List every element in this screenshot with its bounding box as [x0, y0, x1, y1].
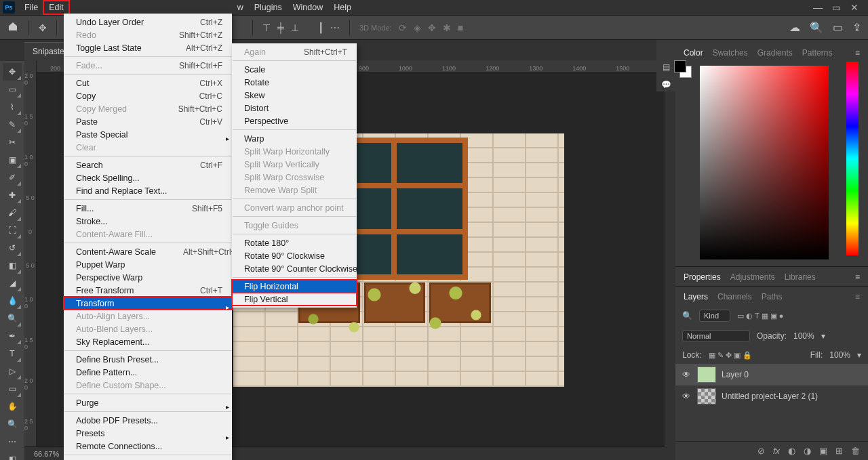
- menu-item-rotate-90-counter-clockwise[interactable]: Rotate 90° Counter Clockwise: [232, 262, 357, 275]
- eyedropper-tool[interactable]: ✐: [3, 169, 22, 186]
- adjustment-layer-icon[interactable]: ◑: [804, 446, 811, 456]
- comments-panel-icon[interactable]: 💬: [659, 78, 673, 91]
- menu-item-toggle-last-state[interactable]: Toggle Last StateAlt+Ctrl+Z: [64, 41, 232, 54]
- heal-tool[interactable]: ✚: [3, 186, 22, 204]
- menu-item-perspective-warp[interactable]: Perspective Warp: [64, 271, 232, 284]
- menu-item-adobe-pdf-presets[interactable]: Adobe PDF Presets...: [64, 414, 232, 427]
- pen-tool[interactable]: ✒: [3, 327, 22, 345]
- group-icon[interactable]: ▣: [819, 446, 827, 456]
- tab-properties[interactable]: Properties: [684, 272, 721, 282]
- workspace-icon[interactable]: ▭: [833, 21, 843, 34]
- clone-tool[interactable]: ⛶: [3, 222, 22, 239]
- menu-edit[interactable]: Edit: [43, 1, 69, 14]
- menu-help[interactable]: Help: [328, 1, 357, 14]
- menu-item-scale[interactable]: Scale: [232, 63, 357, 76]
- color-panel-menu-icon[interactable]: ≡: [855, 48, 860, 58]
- tab-channels[interactable]: Channels: [717, 292, 752, 301]
- align-left-icon[interactable]: ┃: [318, 22, 323, 33]
- home-icon[interactable]: [7, 21, 19, 34]
- color-picker[interactable]: [675, 62, 868, 266]
- menu-item-check-spelling[interactable]: Check Spelling...: [64, 171, 232, 184]
- menu-item-rotate-180[interactable]: Rotate 180°: [232, 236, 357, 249]
- menu-item-flip-vertical[interactable]: Flip Vertical: [232, 293, 357, 306]
- delete-layer-icon[interactable]: 🗑: [851, 446, 860, 456]
- menu-item-puppet-warp[interactable]: Puppet Warp: [64, 258, 232, 271]
- menu-item-skew[interactable]: Skew: [232, 89, 357, 102]
- menu-item-rotate[interactable]: Rotate: [232, 76, 357, 89]
- fgbg-colors[interactable]: [674, 60, 692, 78]
- visibility-icon[interactable]: 👁: [682, 392, 692, 401]
- menu-item-purge[interactable]: Purge: [64, 396, 232, 409]
- visibility-icon[interactable]: 👁: [682, 370, 692, 379]
- menu-plugins[interactable]: Plugins: [249, 1, 288, 14]
- tab-patterns[interactable]: Patterns: [802, 48, 833, 58]
- hue-slider[interactable]: [846, 62, 859, 255]
- menu-w-truncated[interactable]: w: [232, 1, 249, 14]
- zoom-value[interactable]: 66.67%: [34, 450, 59, 458]
- history-brush-tool[interactable]: ↺: [3, 239, 22, 257]
- properties-panel-menu-icon[interactable]: ≡: [855, 272, 860, 282]
- fgbg-swatch[interactable]: ◧: [3, 451, 22, 460]
- frame-tool[interactable]: ▣: [3, 151, 22, 169]
- blend-mode-select[interactable]: Normal: [682, 330, 750, 342]
- new-layer-icon[interactable]: ⊞: [835, 446, 843, 456]
- 3d-pan-icon[interactable]: ◈: [414, 22, 421, 33]
- menu-item-color-settings[interactable]: Color Settings...Shift+Ctrl+K: [64, 457, 232, 460]
- cloud-icon[interactable]: ☁: [789, 21, 800, 34]
- marquee-tool[interactable]: ▭: [3, 81, 22, 98]
- 3d-move-icon[interactable]: ✥: [428, 22, 436, 33]
- layer-name[interactable]: Layer 0: [722, 370, 749, 379]
- tab-color[interactable]: Color: [684, 48, 703, 58]
- tab-swatches[interactable]: Swatches: [713, 48, 748, 58]
- eraser-tool[interactable]: ◧: [3, 257, 22, 274]
- menu-item-presets[interactable]: Presets: [64, 427, 232, 440]
- layer-kind-filter[interactable]: Kind: [699, 310, 730, 322]
- close-icon[interactable]: ✕: [850, 2, 859, 13]
- menu-item-content-aware-scale[interactable]: Content-Aware ScaleAlt+Shift+Ctrl+C: [64, 245, 232, 258]
- menu-item-copy[interactable]: CopyCtrl+C: [64, 89, 232, 102]
- brush-tool[interactable]: 🖌: [3, 204, 22, 222]
- type-tool[interactable]: T: [3, 345, 22, 362]
- history-panel-icon[interactable]: ▤: [659, 60, 673, 74]
- menu-item-flip-horizontal[interactable]: Flip Horizontal: [232, 280, 357, 293]
- layers-panel-menu-icon[interactable]: ≡: [855, 292, 860, 301]
- menu-item-find-and-replace-text[interactable]: Find and Replace Text...: [64, 184, 232, 197]
- menu-file[interactable]: File: [19, 1, 43, 14]
- tab-paths[interactable]: Paths: [762, 292, 783, 301]
- align-top-icon[interactable]: ⊤: [262, 22, 271, 33]
- menu-item-rotate-90-clockwise[interactable]: Rotate 90° Clockwise: [232, 249, 357, 262]
- quick-select-tool[interactable]: ✎: [3, 116, 22, 133]
- tab-layers[interactable]: Layers: [684, 292, 708, 301]
- more-options-icon[interactable]: ⋯: [330, 22, 340, 33]
- menu-item-fill[interactable]: Fill...Shift+F5: [64, 202, 232, 215]
- search-icon[interactable]: 🔍: [810, 21, 823, 34]
- edit-toolbar-icon[interactable]: ⋯: [3, 433, 22, 451]
- menu-item-perspective[interactable]: Perspective: [232, 114, 357, 127]
- layer-row[interactable]: 👁 Layer 0: [675, 364, 868, 385]
- shape-tool[interactable]: ▭: [3, 380, 22, 398]
- lock-icons[interactable]: ▦ ✎ ✥ ▣ 🔒: [709, 351, 752, 360]
- tab-gradients[interactable]: Gradients: [757, 48, 793, 58]
- opacity-value[interactable]: 100%: [793, 331, 814, 341]
- menu-item-undo-layer-order[interactable]: Undo Layer OrderCtrl+Z: [64, 16, 232, 28]
- menu-item-transform[interactable]: Transform: [64, 297, 232, 310]
- layer-name[interactable]: Untitled project-Layer 2 (1): [722, 392, 818, 401]
- crop-tool[interactable]: ✂: [3, 133, 22, 151]
- menu-item-stroke[interactable]: Stroke...: [64, 215, 232, 228]
- blur-tool[interactable]: 💧: [3, 292, 22, 310]
- tab-adjustments[interactable]: Adjustments: [730, 272, 775, 282]
- path-select-tool[interactable]: ▷: [3, 362, 22, 380]
- 3d-orbit-icon[interactable]: ⟳: [399, 22, 407, 33]
- maximize-icon[interactable]: ▭: [832, 2, 841, 13]
- menu-item-define-pattern[interactable]: Define Pattern...: [64, 366, 232, 379]
- menu-item-paste[interactable]: PasteCtrl+V: [64, 115, 232, 128]
- fill-value[interactable]: 100%: [829, 350, 850, 360]
- menu-item-warp[interactable]: Warp: [232, 132, 357, 145]
- 3d-scale-icon[interactable]: ✱: [443, 22, 451, 33]
- menu-item-paste-special[interactable]: Paste Special: [64, 128, 232, 141]
- menu-item-distort[interactable]: Distort: [232, 102, 357, 114]
- gradient-tool[interactable]: ◢: [3, 274, 22, 292]
- move-tool[interactable]: ✥: [3, 63, 22, 81]
- menu-item-search[interactable]: SearchCtrl+F: [64, 159, 232, 171]
- layer-fx-icon[interactable]: fx: [773, 446, 780, 456]
